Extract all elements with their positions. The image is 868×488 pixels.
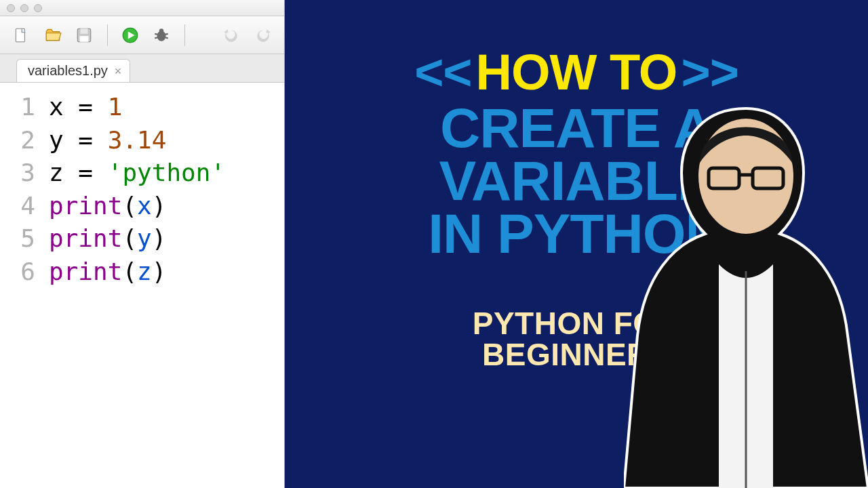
presenter-photo xyxy=(624,81,868,488)
code-line[interactable]: print(y) xyxy=(49,222,284,256)
token-arg: z xyxy=(137,258,152,285)
code-area[interactable]: x = 1y = 3.14z = 'python'print(x)print(y… xyxy=(49,91,284,488)
debug-icon[interactable] xyxy=(153,26,171,45)
tab-filename: variables1.py xyxy=(28,63,108,79)
code-line[interactable]: print(x) xyxy=(49,190,284,223)
window-titlebar xyxy=(0,0,284,16)
line-number: 2 xyxy=(0,124,35,157)
code-editor[interactable]: 123456 x = 1y = 3.14z = 'python'print(x)… xyxy=(0,83,284,488)
new-file-icon[interactable] xyxy=(12,26,31,45)
token-name: x xyxy=(49,93,78,121)
token-paren: ) xyxy=(152,258,167,285)
token-func: print xyxy=(49,258,122,285)
promo-panel: << HOW TO >> CREATE A VARIABLE IN PYTHON… xyxy=(285,0,868,488)
token-arg: x xyxy=(137,192,152,220)
token-str: 'python' xyxy=(108,159,225,186)
token-op: = xyxy=(78,126,107,154)
token-num: 1 xyxy=(108,93,123,121)
token-op: = xyxy=(78,159,107,186)
tab-strip: variables1.py × xyxy=(0,54,284,83)
undo-icon[interactable] xyxy=(222,26,241,45)
token-func: print xyxy=(49,224,122,252)
svg-line-9 xyxy=(155,37,158,38)
toolbar-separator xyxy=(107,24,108,46)
line-number: 6 xyxy=(0,256,35,289)
toolbar-separator xyxy=(184,24,185,46)
token-paren: ) xyxy=(152,192,167,220)
traffic-minimize[interactable] xyxy=(20,4,28,12)
traffic-zoom[interactable] xyxy=(34,4,42,12)
toolbar xyxy=(0,16,284,54)
code-line[interactable]: x = 1 xyxy=(49,91,284,124)
token-paren: ( xyxy=(122,258,137,285)
svg-line-8 xyxy=(165,33,168,34)
angle-open: << xyxy=(414,47,471,98)
token-func: print xyxy=(49,192,122,220)
svg-point-6 xyxy=(159,28,164,33)
svg-rect-3 xyxy=(80,36,89,42)
code-line[interactable]: y = 3.14 xyxy=(49,124,284,157)
redo-icon[interactable] xyxy=(254,26,272,45)
ide-panel: variables1.py × 123456 x = 1y = 3.14z = … xyxy=(0,0,285,488)
svg-line-10 xyxy=(165,37,168,38)
line-number: 3 xyxy=(0,157,35,190)
token-arg: y xyxy=(137,224,152,252)
run-icon[interactable] xyxy=(121,26,140,45)
line-number: 5 xyxy=(0,222,35,256)
line-number: 1 xyxy=(0,91,35,124)
token-paren: ( xyxy=(122,224,137,252)
svg-rect-2 xyxy=(81,28,88,34)
token-name: y xyxy=(49,126,78,154)
token-num: 3.14 xyxy=(108,126,167,154)
open-folder-icon[interactable] xyxy=(44,26,62,45)
close-icon[interactable]: × xyxy=(115,65,122,77)
tab-file[interactable]: variables1.py × xyxy=(16,59,130,82)
svg-line-7 xyxy=(155,33,158,34)
token-name: z xyxy=(49,159,78,186)
token-paren: ) xyxy=(152,224,167,252)
code-line[interactable]: z = 'python' xyxy=(49,157,284,190)
token-op: = xyxy=(78,93,107,121)
code-line[interactable]: print(z) xyxy=(49,256,284,289)
token-paren: ( xyxy=(122,192,137,220)
save-icon[interactable] xyxy=(75,26,94,45)
line-number: 4 xyxy=(0,190,35,223)
traffic-close[interactable] xyxy=(7,4,15,12)
line-gutter: 123456 xyxy=(0,91,49,488)
